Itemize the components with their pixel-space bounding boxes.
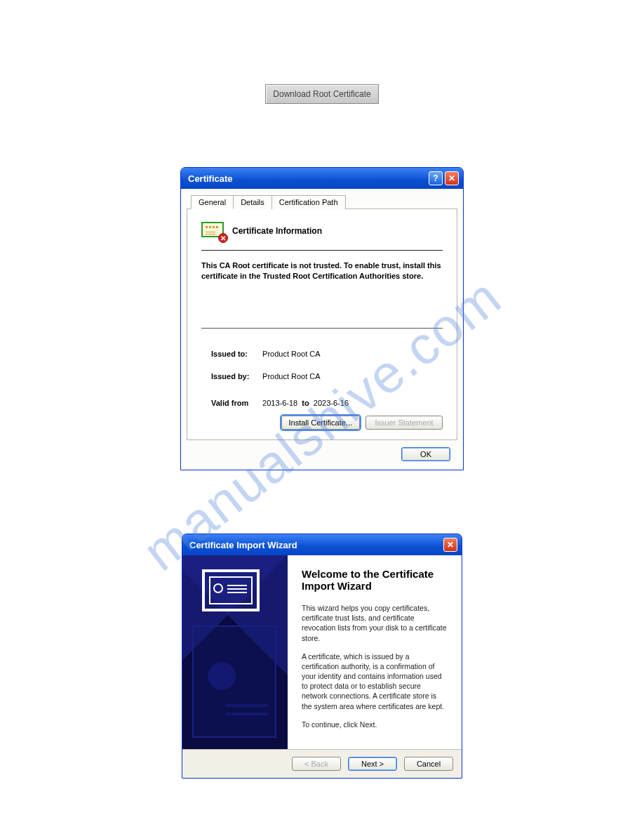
issuer-statement-button: Issuer Statement	[365, 416, 443, 430]
issued-by-value: Product Root CA	[262, 372, 321, 380]
cert-info-heading: Certificate Information	[232, 226, 322, 236]
download-root-cert-button[interactable]: Download Root Certificate	[265, 84, 378, 104]
valid-from-row: Valid from 2013-6-18 to 2023-6-16	[211, 399, 443, 407]
certificate-dialog: Certificate ? ✕ General Details Certific…	[180, 167, 464, 470]
valid-to-label: to	[302, 399, 309, 407]
wizard-para3: To continue, click Next.	[302, 720, 448, 729]
cert-tabs: General Details Certification Path	[187, 194, 457, 208]
wizard-title: Certificate Import Wizard	[189, 540, 297, 550]
close-icon[interactable]: ✕	[443, 538, 457, 552]
cancel-button[interactable]: Cancel	[404, 757, 453, 771]
cert-tab-panel: ✕ Certificate Information This CA Root c…	[187, 208, 457, 440]
tab-certification-path[interactable]: Certification Path	[271, 195, 346, 209]
wizard-banner-graphic	[182, 555, 288, 749]
wizard-cert-icon	[202, 569, 260, 611]
issued-by-label: Issued by:	[211, 372, 260, 380]
valid-to-value: 2023-6-16	[314, 399, 349, 407]
ok-button[interactable]: OK	[401, 447, 450, 461]
certificate-titlebar: Certificate ? ✕	[181, 168, 463, 189]
issued-by-row: Issued by: Product Root CA	[211, 372, 443, 380]
install-certificate-button[interactable]: Install Certificate...	[281, 416, 360, 430]
wizard-titlebar: Certificate Import Wizard ✕	[182, 534, 462, 555]
wizard-para1: This wizard helps you copy certificates,…	[302, 603, 448, 643]
wizard-heading: Welcome to the Certificate Import Wizard	[302, 568, 448, 592]
cert-error-badge-icon: ✕	[218, 233, 228, 243]
cert-trust-message: This CA Root certificate is not trusted.…	[201, 260, 443, 282]
valid-from-label: Valid from	[211, 399, 260, 407]
close-icon[interactable]: ✕	[445, 171, 459, 185]
wizard-footer: < Back Next > Cancel	[182, 749, 462, 778]
tab-details[interactable]: Details	[233, 195, 272, 209]
wizard-para2: A certificate, which is issued by a cert…	[302, 651, 448, 711]
issued-to-label: Issued to:	[211, 350, 260, 358]
next-button[interactable]: Next >	[348, 757, 397, 771]
tab-general[interactable]: General	[191, 195, 234, 209]
back-button: < Back	[292, 757, 341, 771]
certificate-icon: ✕	[201, 222, 225, 240]
issued-to-row: Issued to: Product Root CA	[211, 350, 443, 358]
import-wizard-dialog: Certificate Import Wizard ✕ Welcome to t…	[182, 534, 462, 779]
certificate-title: Certificate	[188, 173, 233, 184]
help-icon[interactable]: ?	[429, 171, 443, 185]
issued-to-value: Product Root CA	[262, 350, 321, 358]
valid-from-value: 2013-6-18	[262, 399, 297, 407]
